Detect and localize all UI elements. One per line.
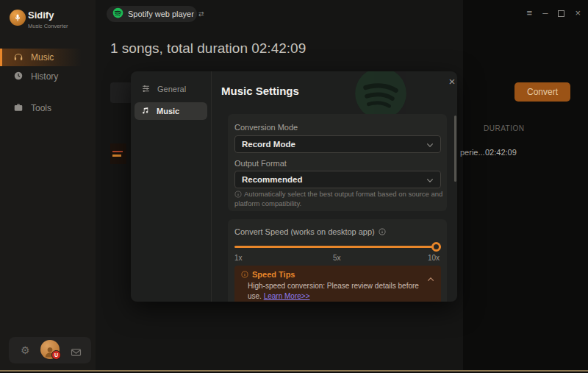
tab-label: Music xyxy=(157,107,179,116)
album-art-thumbnail xyxy=(110,143,126,164)
brand-name: Sidify xyxy=(28,10,54,21)
tick-1x: 1x xyxy=(234,254,243,262)
window-bottom-edge xyxy=(0,370,588,372)
modal-scrollbar[interactable] xyxy=(454,116,456,182)
close-window-icon[interactable]: × xyxy=(575,8,581,18)
music-settings-modal: × General Music Music Settings Conversio… xyxy=(131,71,457,302)
tick-10x: 10x xyxy=(428,254,440,262)
info-icon[interactable] xyxy=(379,228,386,235)
format-settings-card: Conversion Mode Record Mode Output Forma… xyxy=(228,114,447,211)
sliders-icon xyxy=(141,84,151,95)
modal-title: Music Settings xyxy=(221,85,299,97)
tab-label: General xyxy=(157,85,186,93)
sidebar-item-history[interactable]: History xyxy=(0,68,96,85)
speed-slider[interactable] xyxy=(234,244,441,249)
slider-track xyxy=(234,246,441,248)
sidebar-item-music[interactable]: Music xyxy=(0,49,96,66)
convert-speed-label: Convert Speed (works on desktop app) xyxy=(234,227,386,236)
window-controls: ≡ – × xyxy=(507,6,581,21)
output-format-select[interactable]: Recommended xyxy=(234,171,441,188)
convert-speed-card: Convert Speed (works on desktop app) 1x … xyxy=(228,219,447,302)
slider-handle[interactable] xyxy=(431,242,441,252)
close-modal-icon[interactable]: × xyxy=(445,74,457,88)
tab-label: Spotify web player xyxy=(128,10,194,18)
main-background-right xyxy=(463,0,588,370)
output-format-hint: Automatically select the best output for… xyxy=(234,189,443,208)
music-note-icon xyxy=(141,106,150,116)
tab-music[interactable]: Music xyxy=(135,102,207,120)
sidify-logo-icon xyxy=(10,10,26,26)
speed-label-text: Convert Speed (works on desktop app) xyxy=(234,227,375,236)
spotify-icon xyxy=(112,7,123,21)
speed-tips-box: Speed Tips High-speed conversion: Please… xyxy=(234,266,441,302)
settings-tab-panel: General Music xyxy=(131,71,212,302)
speed-tips-title: Speed Tips xyxy=(252,270,295,279)
sidebar-item-tools[interactable]: Tools xyxy=(0,99,96,117)
songs-summary: 1 songs, total duration 02:42:09 xyxy=(110,40,306,57)
speed-tips-header: Speed Tips xyxy=(241,270,295,279)
chevron-down-icon xyxy=(426,138,434,151)
brand-subtitle: Music Converter xyxy=(28,23,68,29)
mail-icon[interactable] xyxy=(71,347,82,360)
learn-more-link[interactable]: Learn More>> xyxy=(264,292,310,300)
headphones-icon xyxy=(13,51,24,64)
maximize-icon[interactable] xyxy=(558,10,564,17)
warning-info-icon xyxy=(241,271,248,278)
menu-icon[interactable]: ≡ xyxy=(527,8,533,18)
toolbar-partial xyxy=(110,82,132,103)
sidebar-item-label: History xyxy=(31,71,58,82)
album-art-detail xyxy=(112,151,123,152)
minimize-icon[interactable]: – xyxy=(542,8,548,18)
song-row-duration: 02:42:09 xyxy=(485,148,517,157)
toolbox-icon xyxy=(13,102,24,115)
clock-icon xyxy=(13,71,24,83)
output-format-label: Output Format xyxy=(234,159,287,168)
app-window: Sidify Music Converter Music History Too… xyxy=(0,0,588,373)
conversion-mode-value: Record Mode xyxy=(242,140,295,149)
hint-text: Automatically select the best output for… xyxy=(234,190,442,207)
conversion-mode-select[interactable]: Record Mode xyxy=(234,135,441,153)
switch-platform-icon[interactable]: ⇄ xyxy=(198,10,204,18)
conversion-mode-label: Conversion Mode xyxy=(234,123,298,132)
song-row-title: perie... xyxy=(460,148,485,157)
info-icon xyxy=(234,191,242,198)
chevron-down-icon xyxy=(426,173,434,186)
sidebar-item-label: Music xyxy=(31,52,54,63)
duration-column-header: DURATION xyxy=(484,124,524,132)
album-art-detail xyxy=(112,154,121,157)
sidebar-item-label: Tools xyxy=(31,103,51,113)
sidebar: Sidify Music Converter Music History Too… xyxy=(0,0,96,370)
convert-button[interactable]: Convert xyxy=(514,82,570,102)
tick-5x: 5x xyxy=(333,254,341,262)
spotify-web-player-tab[interactable]: Spotify web player ⇄ xyxy=(107,6,197,22)
tab-general[interactable]: General xyxy=(135,80,207,98)
settings-gear-icon[interactable]: ⚙ xyxy=(21,344,30,357)
account-status-badge: U xyxy=(51,350,61,360)
speed-tips-message: High-speed conversion: Please review det… xyxy=(248,281,433,301)
output-format-value: Recommended xyxy=(242,175,302,184)
